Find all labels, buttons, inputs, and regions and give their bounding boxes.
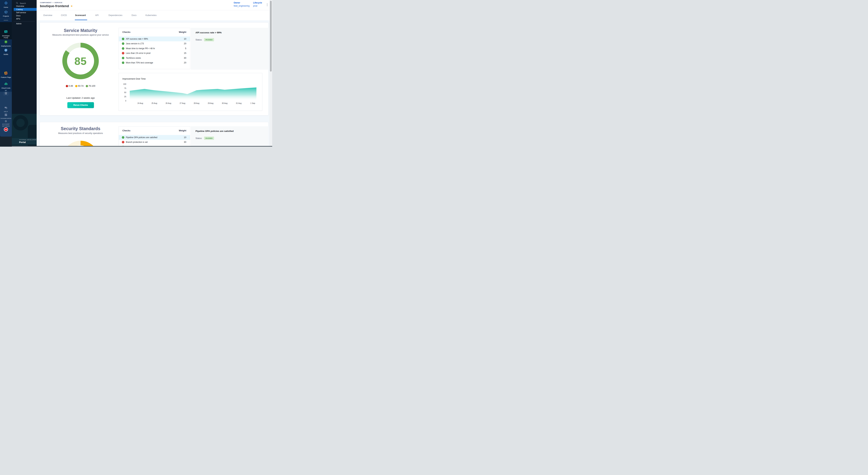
check-passed-icon: ✓ <box>122 38 124 40</box>
entity-header: COMPONENT — SERVICE boutique-frontend ★ … <box>37 0 270 10</box>
svg-text:∞: ∞ <box>5 41 7 43</box>
check-row[interactable]: ✓API success rate > 99%10 <box>119 36 190 41</box>
axis-tick-label: 29 Aug <box>208 102 214 104</box>
harness-logo-icon <box>4 1 8 6</box>
horizontal-scrollbar[interactable] <box>12 146 272 147</box>
service-maturity-card: Service Maturity Measures development be… <box>39 22 269 116</box>
nav-search[interactable]: Search <box>16 2 26 5</box>
sidebar-item-label: Deployments <box>1 45 11 47</box>
score-legend: 0-4950-7475-100 <box>40 85 121 87</box>
check-row[interactable]: ✓TechDocs exists30 <box>119 56 190 60</box>
axis-tick-label: 100 <box>123 83 126 85</box>
legend-label: 0-49 <box>69 85 73 87</box>
legend-label: 50-74 <box>78 85 84 87</box>
nav-item-apis[interactable]: APIs <box>16 18 20 20</box>
feature-flags-icon <box>4 71 8 76</box>
checks-table: Checks Weight ✓API success rate > 99%10✓… <box>119 28 190 69</box>
rerun-checks-button[interactable]: Rerun Checks <box>67 102 94 108</box>
sidebar-item-account-settings[interactable]: ⚙ ACCOUNT SETTINGS <box>0 120 12 127</box>
favorite-star-icon[interactable]: ★ <box>70 5 73 7</box>
axis-tick-label: 1 Sep <box>250 102 255 104</box>
deployments-hexagon-icon: ∞ <box>4 40 8 44</box>
svg-text:$: $ <box>5 83 6 85</box>
main-area: COMPONENT — SERVICE boutique-frontend ★ … <box>37 0 270 147</box>
module-sidebar: Home Projects Developer Portal ∞ Deploym… <box>0 0 12 147</box>
axis-tick-label: 28 Aug <box>194 102 199 104</box>
check-row[interactable]: ✓Java version is LTS20 <box>119 41 190 46</box>
check-weight: 10 <box>184 136 186 139</box>
check-detail-title: API success rate > 99% <box>195 31 265 34</box>
sidebar-item-label: Cloud Costs <box>1 87 11 89</box>
check-detail-title: Pipeline OPA policies are satisfied <box>195 130 265 132</box>
portal-nav: Search Overview Catalog Self service Doc… <box>12 0 37 147</box>
module-grid-button[interactable] <box>3 92 8 95</box>
nav-item-overview[interactable]: Overview <box>16 5 24 7</box>
check-weight: 10 <box>184 38 186 40</box>
sidebar-item-projects[interactable]: Projects <box>0 10 12 17</box>
sidebar-item-label: Builds <box>3 53 8 55</box>
user-avatar[interactable]: HM <box>4 127 8 131</box>
improvement-area-chart: 025507510024 Aug25 Aug26 Aug27 Aug28 Aug… <box>119 73 262 111</box>
checks-table-header: Checks Weight <box>119 126 190 132</box>
check-name: Branch protection is set <box>126 141 184 143</box>
nav-footer-title: Portal <box>19 141 26 144</box>
nav-divider <box>13 21 35 22</box>
kebab-menu-icon[interactable] <box>266 3 268 7</box>
check-row[interactable]: ✓ <box>119 145 190 146</box>
scorecard-subtitle: Measures development best practices agai… <box>40 34 121 36</box>
check-row[interactable]: ✓Pipeline OPA policies are satisfied10 <box>119 135 190 140</box>
check-row[interactable]: ✓More than 70% test coverage20 <box>119 60 190 65</box>
axis-tick-label: 75 <box>124 87 126 89</box>
nav-item-self-service[interactable]: Self service <box>16 11 26 13</box>
breadcrumb: COMPONENT — SERVICE <box>40 2 62 3</box>
tab-dependencies[interactable]: Dependencies <box>108 10 122 20</box>
nav-footer-eyebrow: INTERNAL DEVELOPER <box>19 139 36 141</box>
score-value: 85 <box>74 55 87 67</box>
check-name: TechDocs exists <box>126 57 184 59</box>
check-name: Java version is LTS <box>126 42 184 45</box>
vertical-scrollbar-thumb[interactable] <box>270 1 272 71</box>
nav-item-catalog[interactable]: Catalog <box>16 8 23 10</box>
sidebar-item-home[interactable]: Home <box>0 1 12 8</box>
check-passed-icon: ✓ <box>122 42 124 45</box>
sidebar-item-cloud-costs[interactable]: $ Cloud Costs <box>0 82 12 89</box>
lifecycle-label: Lifecycle <box>253 2 262 4</box>
tab-ci-cd[interactable]: CI/CD <box>61 10 67 20</box>
owner-label: Owner <box>234 2 249 4</box>
check-weight: 15 <box>184 52 186 54</box>
owner-link[interactable]: field_engineering <box>234 5 249 7</box>
area-series <box>130 87 256 101</box>
sidebar-item-feature-flags[interactable]: Feature Flags <box>0 71 12 78</box>
sidebar-item-help[interactable]: ? HELP <box>0 106 12 113</box>
sidebar-bottom-background <box>0 137 12 147</box>
scorecard-subtitle: Measures best practices of security oper… <box>40 132 121 135</box>
tab-kubernetes[interactable]: Kubernetes <box>146 10 157 20</box>
check-name: API success rate > 99% <box>126 38 184 40</box>
sidebar-item-deployments[interactable]: ∞ Deployments <box>0 40 12 47</box>
checks-table-header: Checks Weight <box>119 28 190 33</box>
sidebar-item-developer-portal[interactable]: Developer Portal <box>0 30 12 38</box>
check-row[interactable]: ✕Branch protection is set30 <box>119 140 190 145</box>
module-grid-icon <box>5 92 7 95</box>
sidebar-item-dashboards[interactable]: DASHBOARDS <box>0 114 12 119</box>
tab-api[interactable]: API <box>95 10 99 20</box>
check-weight: 20 <box>184 42 186 45</box>
legend-dot-icon <box>75 85 78 87</box>
tab-overview[interactable]: Overview <box>43 10 52 20</box>
checks-rows: ✓Pipeline OPA policies are satisfied10✕B… <box>119 135 190 146</box>
check-name: Pipeline OPA policies are satisfied <box>126 136 184 139</box>
title-row: boutique-frontend ★ <box>40 4 73 8</box>
dashboards-icon <box>4 114 7 117</box>
nav-item-docs[interactable]: Docs <box>16 14 21 17</box>
check-row[interactable]: ✕Less than 1% error in prod15 <box>119 51 190 56</box>
sidebar-drag-handle[interactable] <box>4 20 8 21</box>
vertical-scrollbar-track[interactable] <box>270 0 272 147</box>
tab-scorecard[interactable]: Scorecard <box>75 10 86 20</box>
check-detail-panel: Pipeline OPA policies are satisfied Stat… <box>191 126 269 146</box>
check-row[interactable]: ✓Mean time to merge PR < 48 hr5 <box>119 46 190 51</box>
page-title: boutique-frontend <box>40 4 69 8</box>
sidebar-item-builds[interactable]: Builds <box>0 48 12 55</box>
sidebar-item-label: Projects <box>3 15 9 17</box>
tab-docs[interactable]: Docs <box>132 10 136 20</box>
nav-item-admin[interactable]: Admin <box>16 23 22 25</box>
